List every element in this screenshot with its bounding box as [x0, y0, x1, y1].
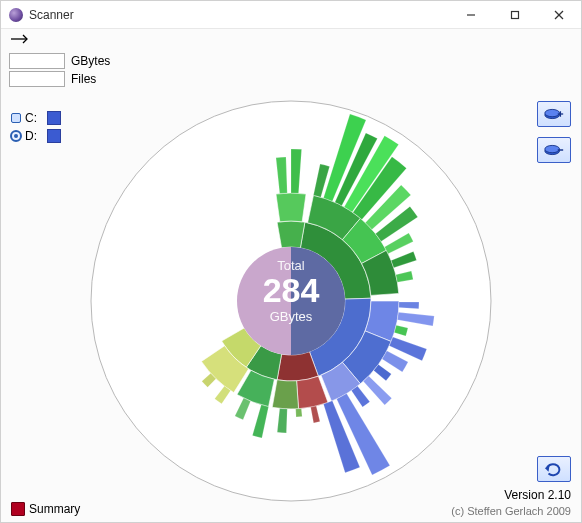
remove-drive-button[interactable]	[537, 137, 571, 163]
minimize-button[interactable]	[449, 1, 493, 29]
svg-point-10	[545, 145, 560, 152]
toolbar	[1, 29, 581, 51]
disc-icon	[9, 129, 23, 143]
up-arrow-icon[interactable]	[9, 33, 29, 47]
drive-label: C:	[25, 111, 37, 125]
drive-minus-icon	[543, 141, 565, 159]
drive-plus-icon	[543, 105, 565, 123]
readout-size: GBytes	[9, 53, 110, 69]
svg-point-6	[545, 109, 560, 116]
version-label: Version 2.10	[451, 488, 571, 504]
minimize-icon	[466, 10, 476, 20]
sunburst-chart[interactable]: Total 284 GBytes	[51, 71, 531, 511]
app-window: Scanner GBytes Files	[0, 0, 582, 523]
maximize-button[interactable]	[493, 1, 537, 29]
app-icon	[9, 8, 23, 22]
size-unit-label: GBytes	[71, 54, 110, 68]
summary-label: Summary	[29, 502, 80, 516]
window-controls	[449, 1, 581, 29]
size-value-box	[9, 53, 65, 69]
summary-swatch-icon	[11, 502, 25, 516]
rescan-button[interactable]	[537, 456, 571, 482]
add-drive-button[interactable]	[537, 101, 571, 127]
main-area: GBytes Files C: D:	[1, 51, 581, 522]
titlebar[interactable]: Scanner	[1, 1, 581, 29]
copyright-label: (c) Steffen Gerlach 2009	[451, 504, 571, 518]
window-title: Scanner	[29, 8, 449, 22]
hdd-icon	[9, 111, 23, 125]
close-button[interactable]	[537, 1, 581, 29]
summary-toggle[interactable]: Summary	[11, 502, 80, 516]
close-icon	[554, 10, 564, 20]
refresh-icon	[543, 460, 565, 478]
footer-info: Version 2.10 (c) Steffen Gerlach 2009	[451, 488, 571, 518]
side-buttons	[537, 101, 571, 163]
drive-label: D:	[25, 129, 37, 143]
maximize-icon	[510, 10, 520, 20]
svg-rect-1	[512, 11, 519, 18]
